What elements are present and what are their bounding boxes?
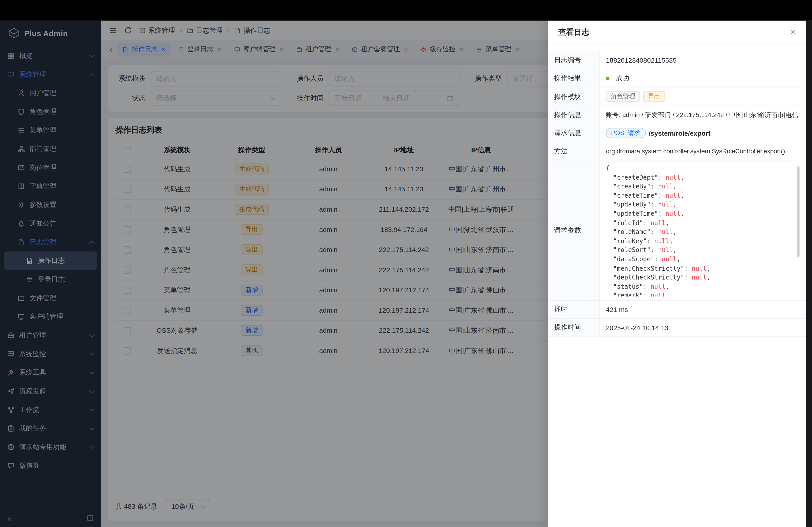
- drawer-title: 查看日志: [558, 28, 589, 37]
- drawer-header: 查看日志 ×: [548, 21, 806, 45]
- detail-row-module: 操作模块 角色管理 导出: [548, 88, 806, 106]
- json-scrollbar-thumb[interactable]: [797, 166, 799, 257]
- post-method-tag: POST请求: [606, 128, 646, 138]
- close-icon[interactable]: ×: [791, 28, 796, 37]
- detail-row-info: 操作信息 账号: admin / 研发部门 / 222.175.114.242 …: [548, 106, 806, 124]
- operation-info-value: 账号: admin / 研发部门 / 222.175.114.242 / 中国|…: [600, 106, 806, 124]
- log-detail-table: 日志编号 1882612840802115585 操作结果 成功 操作模块 角色…: [548, 51, 806, 337]
- action-tag: 导出: [643, 91, 665, 102]
- module-tag: 角色管理: [606, 91, 640, 102]
- request-url: /system/role/export: [649, 129, 710, 137]
- method-value: org.dromara.system.controller.system.Sys…: [600, 142, 806, 160]
- result-text: 成功: [616, 74, 629, 83]
- detail-row-result: 操作结果 成功: [548, 70, 806, 88]
- detail-row-time: 操作时间 2025-01-24 10:14:13: [548, 319, 806, 337]
- detail-row-params: 请求参数 { "createDept"null "createBy"null "…: [548, 161, 806, 301]
- drawer-body: 日志编号 1882612840802115585 操作结果 成功 操作模块 角色…: [548, 44, 806, 337]
- success-dot-icon: [606, 76, 609, 80]
- operation-time-value: 2025-01-24 10:14:13: [600, 319, 806, 336]
- detail-row-method: 方法 org.dromara.system.controller.system.…: [548, 142, 806, 160]
- view-log-drawer: 查看日志 × 日志编号 1882612840802115585 操作结果 成功 …: [548, 21, 806, 527]
- top-black-bar: [0, 0, 812, 21]
- detail-row-cost: 耗时 421 ms: [548, 301, 806, 319]
- request-params-json[interactable]: { "createDept"null "createBy"null "creat…: [606, 164, 800, 297]
- detail-row-request: 请求信息 POST请求 /system/role/export: [548, 124, 806, 142]
- log-id-value: 1882612840802115585: [600, 51, 806, 69]
- page-scrollbar-strip[interactable]: [806, 21, 812, 527]
- cost-value: 421 ms: [600, 301, 806, 318]
- screen: Plus Admin 概览 系统管理 用户管理: [0, 0, 812, 527]
- detail-row-log-id: 日志编号 1882612840802115585: [548, 51, 806, 69]
